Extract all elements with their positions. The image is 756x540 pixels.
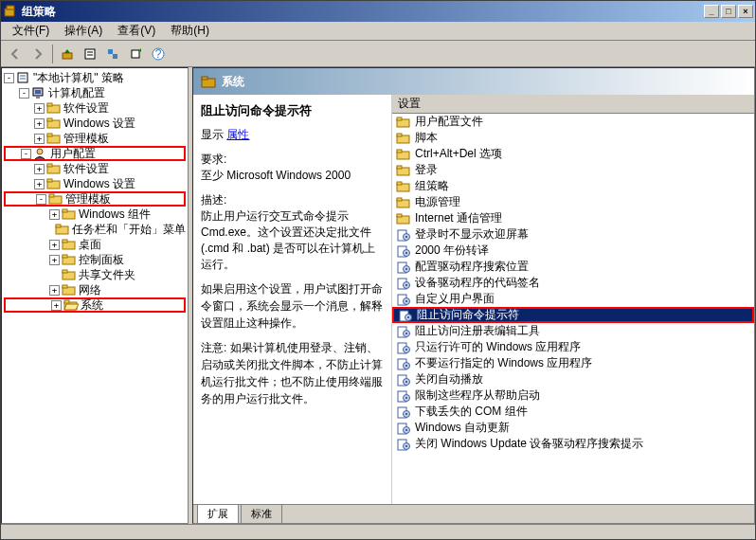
- minimize-button[interactable]: _: [704, 5, 719, 18]
- tree-pane[interactable]: -"本地计算机" 策略-计算机配置+软件设置+Windows 设置+管理模板-用…: [1, 67, 189, 524]
- tree-item[interactable]: +控制面板: [4, 252, 186, 267]
- menu-file[interactable]: 文件(F): [5, 21, 57, 41]
- list-item[interactable]: 只运行许可的 Windows 应用程序: [392, 339, 754, 355]
- svg-rect-65: [405, 252, 407, 254]
- expand-icon[interactable]: +: [49, 285, 60, 296]
- svg-rect-71: [405, 284, 407, 286]
- setting-icon: [396, 405, 411, 419]
- folder-icon: [396, 116, 411, 129]
- list-item[interactable]: 阻止访问命令提示符: [392, 307, 754, 323]
- tab-standard[interactable]: 标准: [241, 504, 282, 523]
- view-tabs: 扩展 标准: [193, 504, 754, 523]
- list-item[interactable]: 登录时不显示欢迎屏幕: [392, 226, 754, 243]
- forward-button[interactable]: [27, 44, 48, 64]
- list-item[interactable]: 下载丢失的 COM 组件: [392, 404, 754, 420]
- properties-button[interactable]: [80, 44, 100, 64]
- tab-extended[interactable]: 扩展: [197, 504, 239, 523]
- folder-icon: [396, 148, 411, 161]
- expand-icon[interactable]: +: [51, 300, 62, 311]
- setting-icon: [396, 438, 411, 451]
- description-3: 注意: 如果计算机使用登录、注销、启动或关闭批文件脚本，不防止计算机运行批文件；…: [201, 339, 384, 407]
- list-item[interactable]: 脚本: [392, 130, 754, 146]
- expand-icon[interactable]: +: [34, 134, 45, 144]
- list-item[interactable]: 配置驱动程序搜索位置: [392, 259, 754, 275]
- setting-icon: [396, 293, 411, 306]
- tree-item[interactable]: +网络: [4, 282, 186, 297]
- svg-rect-43: [64, 300, 69, 303]
- tree-item[interactable]: +软件设置: [4, 100, 186, 116]
- expand-icon[interactable]: +: [49, 255, 60, 265]
- tree-item[interactable]: -计算机配置: [4, 85, 186, 100]
- list-item[interactable]: Windows 自动更新: [392, 420, 754, 436]
- tree-item[interactable]: -用户配置: [4, 146, 186, 161]
- svg-rect-51: [397, 150, 402, 153]
- description-pane: 阻止访问命令提示符 显示 属性 要求: 至少 Microsoft Windows…: [193, 95, 392, 504]
- titlebar[interactable]: 组策略 _ □ ×: [1, 1, 755, 22]
- export-button[interactable]: [125, 44, 146, 64]
- tree-item[interactable]: -"本地计算机" 策略: [4, 70, 186, 85]
- svg-rect-45: [202, 77, 207, 80]
- close-button[interactable]: ×: [738, 5, 753, 18]
- tree-item[interactable]: +系统: [4, 297, 186, 313]
- tree-item[interactable]: +Windows 组件: [4, 207, 186, 222]
- expand-icon[interactable]: +: [49, 209, 60, 220]
- list-item[interactable]: Ctrl+Alt+Del 选项: [392, 146, 754, 162]
- svg-rect-89: [405, 381, 407, 383]
- svg-rect-6: [108, 49, 113, 54]
- setting-icon: [396, 341, 411, 354]
- tree-item[interactable]: +Windows 设置: [4, 176, 186, 191]
- menu-action[interactable]: 操作(A): [57, 21, 110, 41]
- expand-icon[interactable]: +: [34, 164, 45, 174]
- tree-item-label: 用户配置: [50, 146, 96, 161]
- refresh-button[interactable]: [102, 44, 123, 64]
- collapse-icon[interactable]: -: [19, 88, 29, 99]
- tree-item[interactable]: +Windows 设置: [4, 116, 186, 131]
- list-item[interactable]: 设备驱动程序的代码签名: [392, 275, 754, 291]
- list-item[interactable]: 用户配置文件: [392, 114, 754, 130]
- list-item[interactable]: 自定义用户界面: [392, 291, 754, 307]
- list-item[interactable]: 不要运行指定的 Windows 应用程序: [392, 355, 754, 371]
- tree-item[interactable]: +软件设置: [4, 161, 186, 176]
- tree-item[interactable]: +管理模板: [4, 131, 186, 146]
- tree-item[interactable]: 共享文件夹: [4, 267, 186, 282]
- back-button[interactable]: [5, 44, 26, 64]
- toolbar: ?: [1, 41, 755, 67]
- menu-help[interactable]: 帮助(H): [163, 21, 217, 41]
- svg-rect-77: [407, 316, 409, 318]
- svg-rect-68: [405, 268, 407, 270]
- setting-icon: [396, 277, 411, 290]
- content-pane: 系统 阻止访问命令提示符 显示 属性 要求: 至少 Microsoft Wind…: [192, 67, 755, 524]
- list-item[interactable]: 关闭自动播放: [392, 371, 754, 387]
- properties-link[interactable]: 属性: [226, 128, 249, 141]
- collapse-icon[interactable]: -: [4, 73, 14, 83]
- tree-item[interactable]: +桌面: [4, 237, 186, 252]
- expand-icon[interactable]: +: [34, 179, 45, 189]
- tree-item[interactable]: -管理模板: [4, 191, 186, 207]
- body: -"本地计算机" 策略-计算机配置+软件设置+Windows 设置+管理模板-用…: [1, 67, 755, 524]
- expand-icon[interactable]: +: [34, 103, 45, 114]
- list-item[interactable]: Internet 通信管理: [392, 210, 754, 226]
- collapse-icon[interactable]: -: [21, 149, 31, 159]
- setting-icon: [396, 244, 411, 258]
- list-header[interactable]: 设置: [392, 95, 754, 114]
- menu-view[interactable]: 查看(V): [110, 21, 163, 41]
- tree-item-label: 网络: [79, 282, 101, 297]
- list-item[interactable]: 关闭 Windows Update 设备驱动程序搜索提示: [392, 436, 754, 452]
- help-button[interactable]: ?: [148, 44, 169, 64]
- list-item[interactable]: 限制这些程序从帮助启动: [392, 387, 754, 404]
- list-item[interactable]: 2000 年份转译: [392, 243, 754, 259]
- svg-rect-57: [397, 198, 402, 201]
- list-item[interactable]: 阻止访问注册表编辑工具: [392, 323, 754, 339]
- list-item[interactable]: 电源管理: [392, 194, 754, 210]
- svg-rect-62: [405, 236, 407, 238]
- maximize-button[interactable]: □: [721, 5, 736, 18]
- list-item[interactable]: 组策略: [392, 178, 754, 194]
- up-button[interactable]: [57, 44, 78, 64]
- collapse-icon[interactable]: -: [36, 194, 46, 205]
- settings-list[interactable]: 设置 用户配置文件脚本Ctrl+Alt+Del 选项登录组策略电源管理Inter…: [392, 95, 754, 504]
- list-item[interactable]: 登录: [392, 162, 754, 178]
- tree-item[interactable]: 任务栏和「开始」菜单: [4, 222, 186, 237]
- expand-icon[interactable]: +: [49, 240, 60, 250]
- folder-icon: [48, 192, 63, 206]
- expand-icon[interactable]: +: [34, 118, 45, 129]
